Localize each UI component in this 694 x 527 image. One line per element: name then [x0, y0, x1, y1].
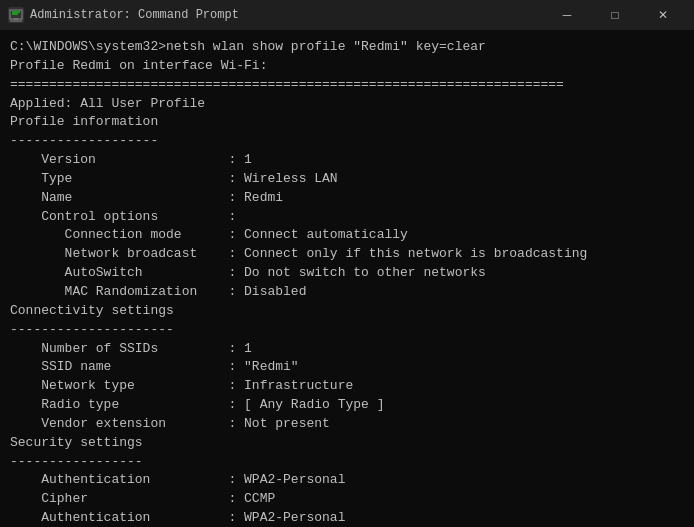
- terminal-line: SSID name : "Redmi": [10, 358, 684, 377]
- terminal-line: MAC Randomization : Disabled: [10, 283, 684, 302]
- terminal-line: Vendor extension : Not present: [10, 415, 684, 434]
- minimize-button[interactable]: ─: [544, 4, 590, 26]
- terminal-line: Connection mode : Connect automatically: [10, 226, 684, 245]
- terminal-line: Authentication : WPA2-Personal: [10, 471, 684, 490]
- terminal-line: Network type : Infrastructure: [10, 377, 684, 396]
- terminal-line: Number of SSIDs : 1: [10, 340, 684, 359]
- app-icon: [8, 7, 24, 23]
- terminal-line: AutoSwitch : Do not switch to other netw…: [10, 264, 684, 283]
- close-button[interactable]: ✕: [640, 4, 686, 26]
- terminal-line: Profile information: [10, 113, 684, 132]
- terminal-line: Profile Redmi on interface Wi-Fi:: [10, 57, 684, 76]
- terminal-line: Security settings: [10, 434, 684, 453]
- terminal-line: Connectivity settings: [10, 302, 684, 321]
- terminal-line: Applied: All User Profile: [10, 95, 684, 114]
- terminal: C:\WINDOWS\system32>netsh wlan show prof…: [0, 30, 694, 527]
- terminal-line: Authentication : WPA2-Personal: [10, 509, 684, 527]
- terminal-line: Cipher : CCMP: [10, 490, 684, 509]
- maximize-button[interactable]: □: [592, 4, 638, 26]
- terminal-line: Radio type : [ Any Radio Type ]: [10, 396, 684, 415]
- terminal-line: -----------------: [10, 453, 684, 472]
- window-title: Administrator: Command Prompt: [30, 8, 239, 22]
- terminal-line: Network broadcast : Connect only if this…: [10, 245, 684, 264]
- terminal-line: Version : 1: [10, 151, 684, 170]
- terminal-line: ---------------------: [10, 321, 684, 340]
- terminal-line: Name : Redmi: [10, 189, 684, 208]
- terminal-line: Control options :: [10, 208, 684, 227]
- terminal-line: ========================================…: [10, 76, 684, 95]
- window-controls: ─ □ ✕: [544, 4, 686, 26]
- output-lines: Profile Redmi on interface Wi-Fi:=======…: [10, 57, 684, 527]
- title-bar: Administrator: Command Prompt ─ □ ✕: [0, 0, 694, 30]
- terminal-line: Type : Wireless LAN: [10, 170, 684, 189]
- terminal-line: -------------------: [10, 132, 684, 151]
- command-line: C:\WINDOWS\system32>netsh wlan show prof…: [10, 38, 684, 57]
